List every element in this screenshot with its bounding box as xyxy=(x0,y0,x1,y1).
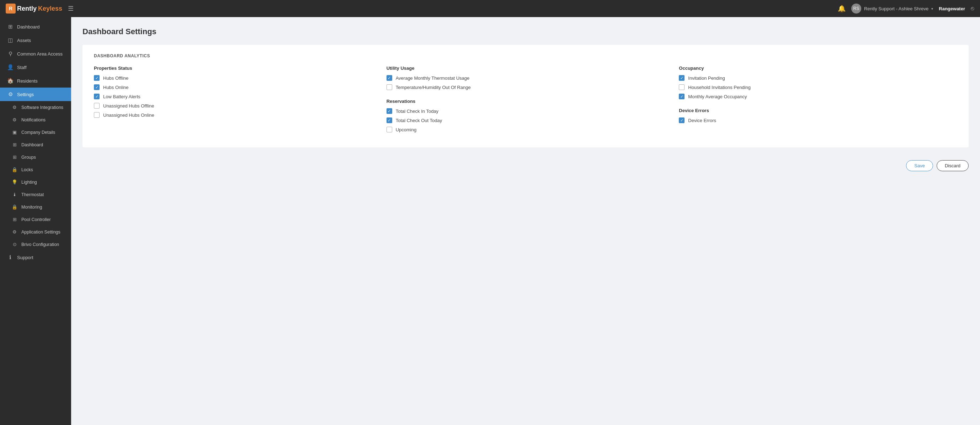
sidebar-item-thermostat[interactable]: 🌡 Thermostat xyxy=(0,188,71,201)
hubs-online-checkbox[interactable] xyxy=(94,85,100,90)
save-button[interactable]: Save xyxy=(906,160,933,171)
low-battery-alerts-label: Low Battery Alerts xyxy=(103,94,140,99)
checkbox-household-invitations-pending[interactable]: Household Invitations Pending xyxy=(679,85,957,90)
hamburger-menu[interactable]: ☰ xyxy=(68,5,73,13)
sidebar-item-label: Staff xyxy=(17,65,27,70)
top-navbar: R Rently Keyless ☰ 🔔 RS Rently Support -… xyxy=(0,0,980,17)
sidebar-item-software-integrations[interactable]: ⚙ Software Integrations xyxy=(0,101,71,113)
layout: ⊞ Dashboard ◫ Assets ⚲ Common Area Acces… xyxy=(0,17,980,425)
device-errors-title: Device Errors xyxy=(679,108,957,113)
logo-keyless-text: Keyless xyxy=(38,5,62,13)
property-name: Rangewater xyxy=(939,6,965,11)
checkbox-upcoming[interactable]: Upcoming xyxy=(387,127,665,133)
sidebar-item-pool-controller[interactable]: ⊞ Pool Controller xyxy=(0,213,71,226)
invitation-pending-checkbox[interactable] xyxy=(679,75,684,81)
lighting-icon: 💡 xyxy=(11,179,18,185)
avg-monthly-thermostat-label: Average Monthly Thermostat Usage xyxy=(396,75,470,81)
monitoring-icon: 🔒 xyxy=(11,205,18,210)
sidebar-item-label: Company Details xyxy=(21,130,55,135)
sidebar-item-label: Software Integrations xyxy=(21,105,63,110)
sidebar-item-label: Dashboard xyxy=(17,24,40,30)
sidebar-item-dashboard-sub[interactable]: ⊞ Dashboard xyxy=(0,139,71,151)
checkbox-hubs-offline[interactable]: Hubs Offline xyxy=(94,75,372,81)
sidebar-item-label: Common Area Access xyxy=(17,51,63,57)
household-invitations-pending-label: Household Invitations Pending xyxy=(688,85,751,90)
footer-actions: Save Discard xyxy=(83,155,969,174)
common-area-icon: ⚲ xyxy=(7,51,14,57)
avatar: RS xyxy=(851,3,861,14)
hubs-offline-checkbox[interactable] xyxy=(94,75,100,81)
sidebar-item-assets[interactable]: ◫ Assets xyxy=(0,34,71,47)
sidebar-item-lighting[interactable]: 💡 Lighting xyxy=(0,176,71,188)
analytics-grid: Properties Status Hubs Offline Hubs Onli… xyxy=(94,66,957,136)
sidebar-item-staff[interactable]: 👤 Staff xyxy=(0,61,71,74)
checkbox-total-checkin-today[interactable]: Total Check In Today xyxy=(387,108,665,114)
total-checkout-today-checkbox[interactable] xyxy=(387,117,392,123)
reservations-group: Reservations Total Check In Today Total … xyxy=(387,99,665,133)
assets-icon: ◫ xyxy=(7,37,14,43)
sidebar-item-support[interactable]: ℹ Support xyxy=(0,251,71,264)
sidebar-item-company-details[interactable]: ▣ Company Details xyxy=(0,126,71,139)
sidebar-item-residents[interactable]: 🏠 Residents xyxy=(0,74,71,88)
hubs-online-label: Hubs Online xyxy=(103,85,129,90)
temp-humidity-checkbox[interactable] xyxy=(387,85,392,90)
sidebar-item-label: Application Settings xyxy=(21,230,60,235)
avg-monthly-thermostat-checkbox[interactable] xyxy=(387,75,392,81)
logo[interactable]: R Rently Keyless xyxy=(6,3,62,14)
user-menu[interactable]: RS Rently Support - Ashlee Shreve ▾ xyxy=(851,3,933,14)
sidebar-item-locks[interactable]: 🔒 Locks xyxy=(0,163,71,176)
locks-icon: 🔒 xyxy=(11,167,18,172)
sidebar-item-application-settings[interactable]: ⚙ Application Settings xyxy=(0,226,71,238)
sidebar-item-label: Dashboard xyxy=(21,142,43,147)
sidebar-item-groups[interactable]: ⊞ Groups xyxy=(0,151,71,163)
checkbox-low-battery-alerts[interactable]: Low Battery Alerts xyxy=(94,94,372,99)
checkbox-unassigned-hubs-offline[interactable]: Unassigned Hubs Offline xyxy=(94,103,372,109)
sidebar-item-common-area-access[interactable]: ⚲ Common Area Access xyxy=(0,47,71,61)
occupancy-title: Occupancy xyxy=(679,66,957,71)
unassigned-hubs-online-checkbox[interactable] xyxy=(94,112,100,118)
unassigned-hubs-offline-checkbox[interactable] xyxy=(94,103,100,109)
brivo-configuration-icon: ⊙ xyxy=(11,242,18,247)
checkbox-invitation-pending[interactable]: Invitation Pending xyxy=(679,75,957,81)
reservations-title: Reservations xyxy=(387,99,665,104)
total-checkin-today-checkbox[interactable] xyxy=(387,108,392,114)
occupancy-group: Occupancy Invitation Pending Household I… xyxy=(679,66,957,99)
monthly-average-occupancy-checkbox[interactable] xyxy=(679,94,684,99)
invitation-pending-label: Invitation Pending xyxy=(688,75,725,81)
device-errors-checkbox[interactable] xyxy=(679,117,684,123)
staff-icon: 👤 xyxy=(7,64,14,70)
checkbox-monthly-average-occupancy[interactable]: Monthly Average Occupancy xyxy=(679,94,957,99)
application-settings-icon: ⚙ xyxy=(11,229,18,235)
unassigned-hubs-online-label: Unassigned Hubs Online xyxy=(103,112,154,118)
device-errors-label: Device Errors xyxy=(688,118,716,123)
sidebar-item-dashboard[interactable]: ⊞ Dashboard xyxy=(0,20,71,34)
household-invitations-pending-checkbox[interactable] xyxy=(679,85,684,90)
sidebar-item-brivo-configuration[interactable]: ⊙ Brivo Configuration xyxy=(0,238,71,251)
sidebar-item-monitoring[interactable]: 🔒 Monitoring xyxy=(0,201,71,213)
notifications-icon: ⚙ xyxy=(11,117,18,123)
upcoming-checkbox[interactable] xyxy=(387,127,392,133)
checkbox-avg-monthly-thermostat[interactable]: Average Monthly Thermostat Usage xyxy=(387,75,665,81)
checkbox-hubs-online[interactable]: Hubs Online xyxy=(94,85,372,90)
total-checkout-today-label: Total Check Out Today xyxy=(396,118,442,123)
pool-controller-icon: ⊞ xyxy=(11,217,18,222)
support-icon: ℹ xyxy=(7,254,14,260)
checkbox-temp-humidity[interactable]: Temperature/Humidity Out Of Range xyxy=(387,85,665,90)
sidebar-item-settings[interactable]: ⚙ Settings xyxy=(0,88,71,101)
checkbox-device-errors[interactable]: Device Errors xyxy=(679,117,957,123)
exit-icon[interactable]: ⎋ xyxy=(971,5,974,12)
sidebar-item-notifications[interactable]: ⚙ Notifications xyxy=(0,113,71,126)
middle-column: Utility Usage Average Monthly Thermostat… xyxy=(387,66,665,136)
discard-button[interactable]: Discard xyxy=(937,160,969,171)
page-title: Dashboard Settings xyxy=(83,27,969,36)
checkbox-unassigned-hubs-online[interactable]: Unassigned Hubs Online xyxy=(94,112,372,118)
temp-humidity-label: Temperature/Humidity Out Of Range xyxy=(396,85,471,90)
low-battery-alerts-checkbox[interactable] xyxy=(94,94,100,99)
checkbox-total-checkout-today[interactable]: Total Check Out Today xyxy=(387,117,665,123)
company-details-icon: ▣ xyxy=(11,129,18,135)
user-name: Rently Support - Ashlee Shreve xyxy=(864,6,928,11)
notification-bell-icon[interactable]: 🔔 xyxy=(838,5,846,13)
sidebar-item-label: Groups xyxy=(21,155,36,160)
sidebar: ⊞ Dashboard ◫ Assets ⚲ Common Area Acces… xyxy=(0,17,71,425)
unassigned-hubs-offline-label: Unassigned Hubs Offline xyxy=(103,103,154,109)
